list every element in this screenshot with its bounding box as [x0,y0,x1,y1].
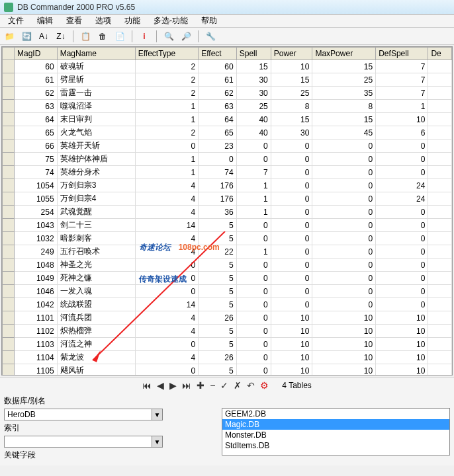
cell[interactable]: 0 [135,139,198,153]
cell[interactable]: 62 [199,87,237,100]
cell[interactable]: 1 [376,100,428,113]
cell[interactable]: 4 [135,206,198,219]
table-row[interactable]: 1103河流之神050101010 [3,338,452,351]
cell[interactable]: 4 [135,325,198,338]
menu-item[interactable]: 文件 [3,14,29,28]
cell[interactable]: 24 [376,179,428,192]
cell[interactable]: 0 [312,192,376,206]
cell[interactable]: 2 [135,87,198,100]
cell[interactable]: 0 [271,139,312,153]
cell[interactable]: 5 [199,298,237,311]
cell[interactable]: 10 [312,311,376,325]
cell[interactable]: 63 [199,100,237,113]
table-row[interactable]: 1101河流兵团4260101010 [3,311,452,325]
cell[interactable]: 武魂觉醒 [57,206,135,219]
cell[interactable]: 0 [376,206,428,219]
cell[interactable]: 15 [312,60,376,73]
table-row[interactable]: 1043剑二十三1450000 [3,219,452,232]
cell[interactable]: 0 [236,364,271,376]
cell[interactable]: 5 [199,219,237,232]
undo-icon[interactable]: ↶ [247,380,255,391]
table-row[interactable]: 1042统战联盟1450000 [3,298,452,311]
cell[interactable]: 0 [135,258,198,272]
cell[interactable]: 23 [199,139,237,153]
cell[interactable]: 1054 [15,179,58,192]
table-row[interactable]: 62雷霆一击2623025357 [3,87,452,100]
cell[interactable]: 0 [236,272,271,285]
cell[interactable]: 0 [271,245,312,258]
cell[interactable]: 暗影刺客 [57,232,135,245]
table-row[interactable]: 1032暗影刺客450000 [3,232,452,245]
cell[interactable]: 英雄护体神盾 [57,153,135,166]
cell[interactable]: 0 [236,232,271,245]
cell[interactable]: 0 [236,139,271,153]
cell[interactable]: 74 [15,166,58,179]
cell[interactable]: 30 [236,87,271,100]
cell[interactable]: 7 [236,166,271,179]
data-grid[interactable]: MagIDMagNameEffectTypeEffectSpellPowerMa… [1,46,453,376]
cell[interactable]: 5 [199,258,237,272]
cell[interactable]: 10 [376,113,428,126]
cell[interactable]: 一发入魂 [57,285,135,298]
find-next-icon[interactable]: 🔎 [179,30,193,43]
cell[interactable]: 0 [236,219,271,232]
cell[interactable]: 15 [236,60,271,73]
cell[interactable]: 0 [135,272,198,285]
cell[interactable]: 63 [15,100,58,113]
table-row[interactable]: 66英雄开天斩0230000 [3,139,452,153]
cell[interactable]: 火龙气焰 [57,126,135,139]
table-row[interactable]: 249五行召唤术4221000 [3,245,452,258]
cell[interactable]: 万剑归宗4 [57,192,135,206]
table-row[interactable]: 1048神圣之光050000 [3,258,452,272]
cell[interactable]: 0 [135,364,198,376]
cell[interactable]: 5 [199,364,237,376]
tool-icon[interactable]: 🔧 [204,30,217,43]
cell[interactable]: 炽热榴弹 [57,325,135,338]
remove-icon[interactable]: − [210,380,215,391]
cell[interactable]: 176 [199,179,237,192]
cell[interactable]: 1 [236,179,271,192]
cell[interactable]: 10 [271,351,312,364]
cell[interactable]: 30 [236,73,271,87]
cell[interactable]: 22 [199,245,237,258]
cell[interactable]: 0 [376,285,428,298]
table-row[interactable]: 1102炽热榴弹450101010 [3,325,452,338]
column-header[interactable]: MagName [57,48,135,60]
cell[interactable]: 1 [236,245,271,258]
cell[interactable]: 河流兵团 [57,311,135,325]
cell[interactable]: 死神之镰 [57,272,135,285]
cell[interactable]: 4 [135,179,198,192]
cell[interactable]: 15 [271,73,312,87]
cell[interactable]: 66 [15,139,58,153]
cell[interactable]: 0 [376,232,428,245]
cell[interactable]: 0 [236,258,271,272]
cell[interactable]: 0 [312,285,376,298]
table-row[interactable]: 254武魂觉醒4361000 [3,206,452,219]
cell[interactable]: 噬魂沼泽 [57,100,135,113]
cell[interactable]: 1049 [15,272,58,285]
cell[interactable]: 7 [376,73,428,87]
add-icon[interactable]: ✚ [197,380,204,391]
cell[interactable]: 0 [376,258,428,272]
cell[interactable]: 0 [271,166,312,179]
cell[interactable]: 10 [376,351,428,364]
cell[interactable]: 10 [376,325,428,338]
cell[interactable]: 紫龙波 [57,351,135,364]
cell[interactable]: 61 [199,73,237,87]
cell[interactable]: 25 [312,73,376,87]
cell[interactable]: 0 [271,298,312,311]
cell[interactable]: 0 [236,351,271,364]
refresh-icon[interactable]: 🔄 [20,30,33,43]
cell[interactable]: 0 [312,232,376,245]
cell[interactable]: 1102 [15,325,58,338]
cell[interactable]: 1 [135,100,198,113]
column-header[interactable]: EffectType [135,48,198,60]
table-row[interactable]: 1104紫龙波4260101010 [3,351,452,364]
table-row[interactable]: 1105飓风斩050101010 [3,364,452,376]
cell[interactable]: 10 [271,60,312,73]
cell[interactable]: 60 [15,60,58,73]
list-item[interactable]: GEEM2.DB [222,409,449,419]
cell[interactable]: 74 [199,166,237,179]
cell[interactable]: 1042 [15,298,58,311]
cell[interactable]: 河流之神 [57,338,135,351]
